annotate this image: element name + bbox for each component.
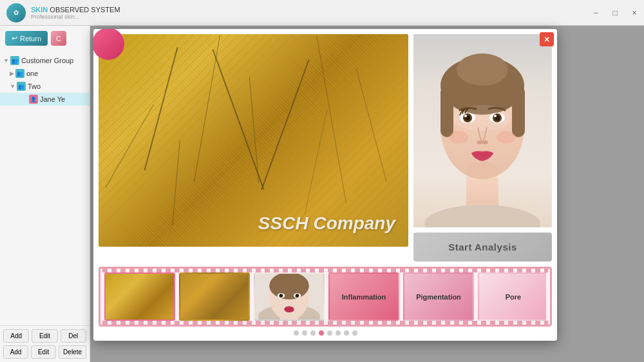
title-skin: SKIN	[31, 6, 48, 14]
tree-one-label: one	[26, 70, 38, 77]
svg-rect-5	[440, 86, 453, 137]
modal-body: SSCH Company	[93, 29, 557, 267]
svg-point-31	[284, 306, 294, 312]
title-bar: ✿ SKIN OBSERVED SYSTEM Professional skin…	[0, 0, 644, 26]
svg-point-21	[466, 162, 498, 177]
dot-4[interactable]	[319, 330, 324, 336]
tree-two[interactable]: ▼ 👥 Two	[0, 80, 90, 93]
svg-point-28	[279, 294, 283, 298]
modal-dialog: ×	[93, 29, 557, 341]
main-skin-image: SSCH Company	[99, 34, 408, 247]
svg-point-18	[482, 140, 488, 144]
bottom-row-1: Add Edit Del	[3, 329, 86, 343]
svg-point-7	[457, 53, 508, 86]
filmstrip-thumb-1[interactable]	[104, 272, 175, 321]
app-logo: ✿	[6, 3, 26, 23]
expand-icon-one: ▶	[10, 70, 14, 77]
filmstrip-inner: Inflammation Pigmentation Pore	[104, 272, 546, 321]
filmstrip-thumb-pigmentation[interactable]: Pigmentation	[403, 272, 474, 321]
filmstrip-thumb-pore[interactable]: Pore	[478, 272, 546, 321]
maximize-button[interactable]: □	[605, 0, 625, 26]
dot-2[interactable]	[302, 330, 307, 336]
dot-7[interactable]	[344, 330, 349, 336]
close-button[interactable]: ×	[625, 0, 644, 26]
sidebar-bottom: Add Edit Del Add Edit Delete	[0, 325, 90, 362]
svg-point-16	[494, 115, 497, 117]
return-button[interactable]: ↩ Return	[5, 31, 48, 46]
tree-customer-group[interactable]: ▼ 👥 Customer Group	[0, 54, 90, 67]
edit-button-1[interactable]: Edit	[32, 329, 57, 343]
filmstrip-thumb-inflammation[interactable]: Inflammation	[328, 272, 399, 321]
svg-point-19	[449, 131, 468, 144]
group-icon: 👥	[10, 56, 19, 65]
dot-8[interactable]	[352, 330, 357, 336]
modal-overlay: ×	[90, 26, 644, 362]
tree-area: ▼ 👥 Customer Group ▶ 👥 one ▼ 👥 Two 👤 Jan…	[0, 51, 90, 325]
title-rest: OBSERVED SYSTEM	[50, 6, 120, 14]
dot-5[interactable]	[327, 330, 332, 336]
svg-point-12	[464, 115, 467, 117]
tree-one[interactable]: ▶ 👥 one	[0, 67, 90, 80]
svg-rect-6	[512, 86, 525, 137]
svg-point-30	[296, 294, 299, 298]
delete-button-2[interactable]: Delete	[59, 345, 86, 359]
edit-button-2[interactable]: Edit	[31, 345, 56, 359]
app-subtitle: Professional skin...	[31, 14, 120, 20]
window-controls: − □ ×	[586, 0, 644, 26]
sidebar-header: ↩ Return C	[0, 26, 90, 51]
main-content: ↩ Return C ▼ 👥 Customer Group ▶ 👥 one ▼ …	[0, 26, 644, 362]
filmstrip-thumb-2[interactable]	[179, 272, 250, 321]
filmstrip-dots	[99, 330, 552, 336]
tree-two-label: Two	[28, 82, 41, 90]
filmstrip-border: Inflammation Pigmentation Pore	[99, 267, 552, 327]
right-panel: Start Analysis	[413, 34, 552, 262]
dot-1[interactable]	[294, 330, 299, 336]
face-image	[413, 34, 552, 227]
inflammation-label: Inflammation	[342, 293, 386, 301]
filmstrip-thumb-3[interactable]	[254, 272, 325, 321]
modal-close-button[interactable]: ×	[540, 32, 554, 46]
group-icon-one: 👥	[15, 69, 24, 78]
sidebar: ↩ Return C ▼ 👥 Customer Group ▶ 👥 one ▼ …	[0, 26, 90, 362]
capture-button[interactable]: C	[51, 31, 66, 46]
svg-point-20	[497, 131, 516, 144]
expand-icon: ▼	[3, 57, 9, 64]
jane-ye-label: Jane Ye	[40, 95, 65, 103]
return-icon: ↩	[12, 34, 17, 43]
person-icon: 👤	[29, 95, 38, 104]
tree-jane-ye[interactable]: 👤 Jane Ye	[0, 93, 90, 106]
group-icon-two: 👥	[17, 82, 26, 91]
minimize-button[interactable]: −	[586, 0, 605, 26]
start-analysis-button[interactable]: Start Analysis	[413, 233, 552, 262]
add-button-2[interactable]: Add	[3, 345, 28, 359]
app-title: SKIN OBSERVED SYSTEM	[31, 6, 120, 14]
pigmentation-label: Pigmentation	[416, 293, 461, 301]
pore-label: Pore	[506, 293, 521, 301]
customer-group-label: Customer Group	[21, 57, 73, 64]
delete-button-1[interactable]: Del	[61, 329, 86, 343]
return-label: Return	[20, 35, 41, 43]
dot-3[interactable]	[310, 330, 316, 336]
bottom-row-2: Add Edit Delete	[3, 345, 86, 359]
svg-point-26	[269, 272, 309, 300]
right-area: ×	[90, 26, 644, 362]
dot-6[interactable]	[336, 330, 341, 336]
gold-texture	[99, 34, 408, 247]
filmstrip: Inflammation Pigmentation Pore	[93, 267, 557, 341]
expand-icon-two: ▼	[10, 83, 15, 90]
add-button-1[interactable]: Add	[3, 329, 29, 343]
